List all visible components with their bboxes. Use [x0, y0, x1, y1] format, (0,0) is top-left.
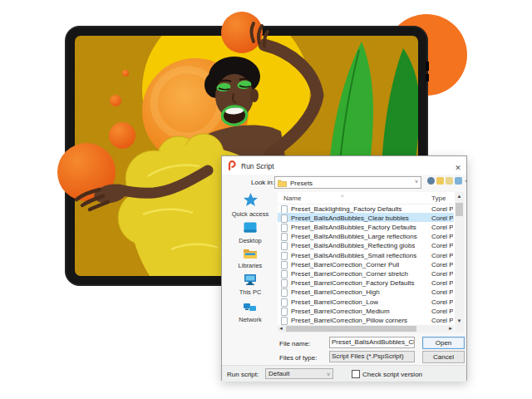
- list-item[interactable]: Preset_BarrelCorrection_HighCorel PS: [278, 288, 454, 297]
- close-icon[interactable]: ✕: [452, 163, 464, 174]
- file-icon: [281, 308, 288, 316]
- dialog-toolbar: ˅: [427, 177, 468, 185]
- file-icon: [281, 261, 288, 269]
- file-name-cell: Preset_BarrelCorrection_Factory Defaults: [291, 279, 415, 287]
- cancel-button[interactable]: Cancel: [422, 351, 465, 363]
- scroll-left-icon[interactable]: ◄: [278, 325, 283, 332]
- run-script-label: Run script:: [227, 371, 259, 378]
- star-icon: [243, 192, 259, 208]
- paintshop-pro-icon: [227, 160, 238, 171]
- run-script-select[interactable]: Default ˅: [265, 368, 333, 379]
- file-name-cell: Preset_Backlighting_Factory Defaults: [291, 205, 401, 213]
- chevron-down-icon: ˅: [415, 179, 418, 185]
- up-one-level-icon[interactable]: [436, 177, 444, 185]
- file-name-cell: Preset_BallsAndBubbles_Reflecting globs: [291, 242, 415, 249]
- go-to-last-folder-icon[interactable]: [427, 177, 435, 185]
- vertical-scrollbar[interactable]: ▲ ▼: [455, 192, 464, 325]
- list-item[interactable]: Preset_BarrelCorrection_Factory Defaults…: [278, 278, 454, 288]
- scroll-right-icon[interactable]: ►: [448, 325, 453, 332]
- horizontal-scrollbar-thumb[interactable]: [286, 326, 416, 332]
- look-in-value: Presets: [290, 180, 313, 187]
- file-icon: [281, 205, 288, 214]
- list-item[interactable]: Preset_Backlighting_Factory DefaultsCore…: [278, 204, 454, 213]
- scrollbar-corner: [455, 325, 464, 332]
- look-in-combobox[interactable]: Presets ˅: [274, 176, 421, 189]
- sidebar-item-desktop[interactable]: Desktop: [224, 221, 277, 244]
- folder-icon: [278, 180, 287, 187]
- scroll-down-icon[interactable]: ▼: [455, 317, 464, 325]
- file-name-cell: Preset_BarrelCorrection_Medium: [291, 308, 390, 315]
- open-button[interactable]: Open: [422, 337, 465, 349]
- list-item[interactable]: Preset_BallsAndBubbles_Factory DefaultsC…: [278, 222, 454, 231]
- sidebar-item-quick-access[interactable]: Quick access: [224, 192, 277, 218]
- list-item[interactable]: Preset_BallsAndBubbles_Reflecting globsC…: [278, 241, 454, 250]
- list-item[interactable]: Preset_BallsAndBubbles_Clear bubblesCore…: [278, 213, 454, 222]
- file-name-label: File name:: [279, 340, 310, 347]
- file-type-cell: Corel PS: [431, 224, 453, 231]
- files-of-type-label: Files of type:: [279, 354, 317, 362]
- create-new-folder-icon[interactable]: [446, 177, 453, 185]
- file-name-cell: Preset_BarrelCorrection_Low: [291, 298, 378, 306]
- column-header-name[interactable]: Name: [283, 195, 301, 202]
- scroll-up-icon[interactable]: ▲: [455, 192, 464, 200]
- orange-ball-top: [221, 12, 263, 53]
- files-of-type-select[interactable]: Script Files (*.PspScript): [329, 351, 415, 362]
- file-type-cell: Corel PS: [431, 214, 453, 222]
- dialog-titlebar[interactable]: Run Script ✕: [222, 156, 466, 175]
- view-menu-icon[interactable]: [455, 177, 462, 185]
- file-name-cell: Preset_BallsAndBubbles_Clear bubbles: [291, 214, 409, 222]
- file-icon: [281, 270, 288, 278]
- dialog-title: Run Script: [241, 162, 274, 170]
- file-type-cell: Corel PS: [431, 279, 453, 287]
- list-item[interactable]: Preset_BarrelCorrection_Corner PullCorel…: [278, 259, 454, 268]
- dialog-footer: Run script: Default ˅ Check script versi…: [222, 365, 466, 382]
- computer-icon: [243, 273, 258, 286]
- page: Run Script ✕ Look in: Presets ˅ ˅ Quick: [0, 0, 532, 399]
- sidebar-item-this-pc[interactable]: This PC: [224, 273, 277, 296]
- vertical-scrollbar-thumb[interactable]: [456, 203, 463, 216]
- chevron-down-icon[interactable]: ˅: [465, 179, 468, 184]
- run-script-dialog: Run Script ✕ Look in: Presets ˅ ˅ Quick: [221, 155, 467, 381]
- horizontal-scrollbar[interactable]: ◄ ►: [278, 325, 454, 332]
- list-item[interactable]: Preset_BarrelCorrection_MediumCorel PS: [278, 306, 454, 315]
- file-icon: [281, 288, 288, 297]
- monitor-icon: [243, 221, 258, 234]
- file-name-cell: Preset_BarrelCorrection_High: [291, 288, 380, 296]
- file-icon: [281, 252, 288, 260]
- file-name-cell: Preset_BarrelCorrection_Pillow corners: [291, 317, 407, 324]
- file-name-input[interactable]: Preset_BallsAndBubbles_Clear bu: [329, 337, 415, 348]
- file-type-cell: Corel PS: [431, 288, 453, 296]
- list-item[interactable]: Preset_BallsAndBubbles_Large reflections…: [278, 232, 454, 241]
- file-type-cell: Corel PS: [431, 242, 453, 249]
- tablet-volume-button: [426, 74, 429, 81]
- check-script-version-label: Check script version: [362, 371, 422, 378]
- file-type-cell: Corel PS: [431, 233, 453, 240]
- file-type-cell: Corel PS: [431, 317, 453, 324]
- places-sidebar: Quick access Desktop Libraries: [224, 192, 277, 343]
- file-list-rows: Preset_Backlighting_Factory DefaultsCore…: [278, 204, 454, 325]
- file-icon: [281, 214, 288, 223]
- file-icon: [281, 242, 288, 250]
- list-item[interactable]: Preset_BallsAndBubbles_Small reflections…: [278, 250, 454, 259]
- file-type-cell: Corel PS: [431, 205, 453, 213]
- check-script-version-checkbox[interactable]: [352, 370, 360, 378]
- list-item[interactable]: Preset_BarrelCorrection_Pillow cornersCo…: [278, 316, 454, 325]
- libraries-folder-icon: [243, 247, 258, 259]
- sidebar-item-libraries[interactable]: Libraries: [224, 247, 277, 269]
- tablet-volume-button: [426, 62, 429, 71]
- file-name-cell: Preset_BarrelCorrection_Corner stretch: [291, 270, 408, 278]
- file-icon: [281, 279, 288, 288]
- file-icon: [281, 233, 288, 241]
- file-name-cell: Preset_BallsAndBubbles_Factory Defaults: [291, 224, 416, 231]
- sidebar-item-network[interactable]: Network: [224, 300, 277, 323]
- file-icon: [281, 298, 288, 307]
- list-item[interactable]: Preset_BarrelCorrection_Corner stretchCo…: [278, 269, 454, 278]
- file-icon: [281, 317, 288, 325]
- run-script-value: Default: [268, 370, 289, 377]
- column-header-type[interactable]: Type: [431, 195, 446, 202]
- file-type-cell: Corel PS: [431, 308, 453, 315]
- list-item[interactable]: Preset_BarrelCorrection_LowCorel PS: [278, 297, 454, 306]
- file-type-cell: Corel PS: [431, 252, 453, 259]
- look-in-label: Look in:: [251, 179, 274, 186]
- chevron-down-icon: ˅: [327, 370, 330, 379]
